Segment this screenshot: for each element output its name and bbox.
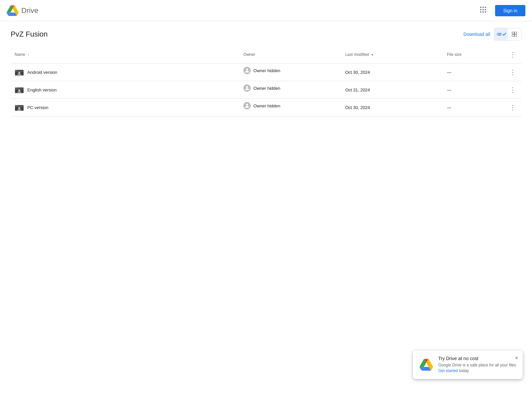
header-right: Sign in xyxy=(476,3,525,18)
file-size-cell: — xyxy=(443,99,504,116)
svg-point-10 xyxy=(18,72,20,74)
svg-point-3 xyxy=(480,9,481,10)
app-header: Drive Sign in xyxy=(0,0,532,21)
owner-label: Owner hidden xyxy=(253,103,280,108)
table-header: Name ↑ Owner Last modified ▾ File size ⋮ xyxy=(11,46,521,64)
shared-folder-icon xyxy=(15,68,24,76)
name-column-header[interactable]: Name ↑ xyxy=(11,46,239,64)
file-name-label: PC version xyxy=(27,105,49,110)
owner-label: Owner hidden xyxy=(253,86,280,91)
svg-point-2 xyxy=(485,7,486,8)
file-name-label: Android version xyxy=(27,70,57,75)
grid-view-icon xyxy=(511,31,517,37)
list-view-button[interactable] xyxy=(494,28,508,40)
list-view-icon xyxy=(496,31,502,37)
owner-cell: Owner hidden xyxy=(239,99,341,113)
owner-cell: Owner hidden xyxy=(239,64,341,77)
svg-point-13 xyxy=(18,89,20,91)
shared-folder-icon xyxy=(15,104,24,111)
avatar xyxy=(243,67,251,74)
row-actions-cell: ⋮ xyxy=(504,81,521,99)
last-modified-cell: Oct 31, 2024 xyxy=(341,81,443,99)
actions-column-header: ⋮ xyxy=(504,46,521,64)
row-more-button[interactable]: ⋮ xyxy=(508,67,517,77)
svg-point-8 xyxy=(485,11,486,13)
row-actions-cell: ⋮ xyxy=(504,99,521,116)
owner-column-header[interactable]: Owner xyxy=(239,46,341,64)
owner-cell: Owner hidden xyxy=(239,81,341,95)
check-list-icon xyxy=(502,32,507,37)
file-name-cell: PC version xyxy=(11,99,239,116)
row-more-button[interactable]: ⋮ xyxy=(508,102,517,113)
svg-point-5 xyxy=(485,9,486,10)
folder-actions: Download all xyxy=(464,28,521,41)
table-more-icon[interactable]: ⋮ xyxy=(508,49,517,60)
svg-point-11 xyxy=(246,68,248,70)
last-modified-cell: Oct 30, 2024 xyxy=(341,64,443,81)
file-size-cell: — xyxy=(443,64,504,81)
google-apps-button[interactable] xyxy=(476,3,490,18)
folder-name-label: PvZ Fusion xyxy=(11,30,48,39)
avatar xyxy=(243,102,251,109)
app-name-label: Drive xyxy=(21,6,38,15)
svg-point-4 xyxy=(482,9,484,10)
table-row[interactable]: English version Owner hidden Oct 31, 202… xyxy=(11,81,521,99)
owner-label: Owner hidden xyxy=(253,68,280,73)
shared-folder-icon xyxy=(15,86,24,93)
modified-sort-icon: ▾ xyxy=(371,53,373,57)
avatar xyxy=(243,84,251,92)
row-actions-cell: ⋮ xyxy=(504,64,521,81)
file-name-cell: English version xyxy=(11,81,239,99)
svg-point-7 xyxy=(482,11,484,13)
file-size-column-header[interactable]: File size xyxy=(443,46,504,64)
drive-logo-icon xyxy=(7,5,19,17)
table-row[interactable]: Android version Owner hidden Oct 30, 202… xyxy=(11,64,521,81)
table-body: Android version Owner hidden Oct 30, 202… xyxy=(11,64,521,116)
svg-point-1 xyxy=(482,7,484,8)
file-table: Name ↑ Owner Last modified ▾ File size ⋮ xyxy=(11,46,521,116)
svg-point-14 xyxy=(246,86,248,88)
page-content: PvZ Fusion Download all xyxy=(0,21,532,123)
svg-point-6 xyxy=(480,11,481,13)
file-size-cell: — xyxy=(443,81,504,99)
name-sort-icon: ↑ xyxy=(28,53,29,57)
sign-in-button[interactable]: Sign in xyxy=(495,5,525,16)
folder-bar: PvZ Fusion Download all xyxy=(11,28,521,41)
svg-point-17 xyxy=(246,104,248,106)
last-modified-cell: Oct 30, 2024 xyxy=(341,99,443,116)
table-row[interactable]: PC version Owner hidden Oct 30, 2024 — ⋮ xyxy=(11,99,521,116)
file-name-cell: Android version xyxy=(11,64,239,81)
svg-point-0 xyxy=(480,7,481,8)
svg-point-16 xyxy=(18,107,20,109)
last-modified-column-header[interactable]: Last modified ▾ xyxy=(341,46,443,64)
grid-view-button[interactable] xyxy=(508,28,521,40)
download-all-button[interactable]: Download all xyxy=(464,32,490,37)
file-name-label: English version xyxy=(27,87,57,92)
header-left: Drive xyxy=(7,5,38,17)
row-more-button[interactable]: ⋮ xyxy=(508,84,517,95)
view-toggle xyxy=(494,28,521,41)
